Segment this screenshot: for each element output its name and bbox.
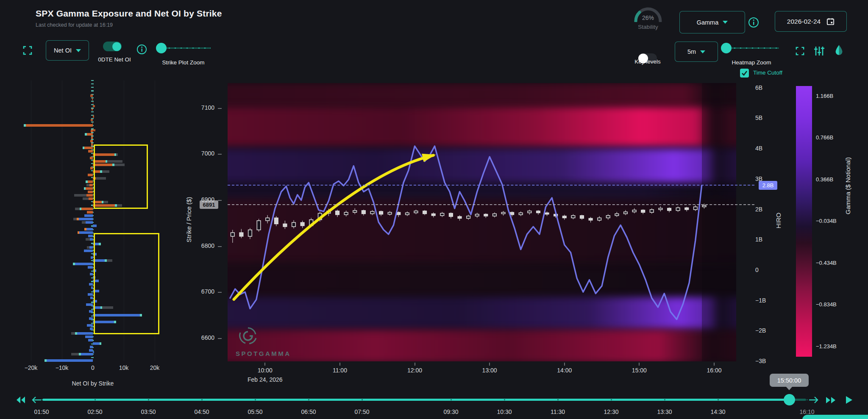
strike-plot-zoom-thumb[interactable] (156, 43, 167, 53)
date-picker[interactable]: 2026-02-24 (775, 11, 847, 32)
hour-tick-mark (714, 363, 715, 366)
netoi-bar (86, 194, 93, 196)
timeline-tick-dot (41, 399, 42, 400)
metric-dropdown-value: Gamma (697, 19, 719, 26)
stability-value: 26% (632, 14, 664, 21)
hiro-tick-label: −2B (755, 327, 776, 334)
metric-dropdown[interactable]: Gamma (679, 11, 745, 33)
timeline-tick-dot (557, 399, 559, 400)
step-back-icon[interactable] (31, 396, 42, 404)
candle-body (239, 233, 243, 236)
candle-body (292, 222, 296, 227)
time-cutoff-checkbox[interactable] (740, 69, 749, 78)
netoi-bar (93, 115, 94, 117)
timeline-tick-label: 16:10 (793, 408, 821, 415)
netoi-tick-label: 10k (111, 364, 136, 371)
strike-metric-dropdown-value: Net OI (54, 47, 72, 54)
candle-body (379, 211, 383, 214)
netoi-bar-tip (84, 228, 86, 230)
timeline-tick-dot (611, 399, 612, 400)
hiro-tick-label: 0 (755, 266, 776, 273)
odte-netoi-toggle[interactable] (103, 42, 122, 51)
timeline-tooltip-value: 15:50:00 (777, 377, 801, 384)
colorbar-tick-label: 1.166B (816, 93, 846, 99)
netoi-bar-tip (45, 359, 47, 361)
candle-body (344, 212, 348, 214)
netoi-bar (90, 346, 93, 348)
candle-body (510, 212, 514, 214)
netoi-bar (86, 303, 93, 305)
candle-body (606, 216, 610, 218)
date-value: 2026-02-24 (787, 18, 821, 25)
netoi-bar (90, 273, 93, 275)
hiro-level-dashed-line (228, 185, 754, 186)
candle-body (562, 216, 566, 218)
candle-body (423, 211, 427, 214)
netoi-bar (77, 218, 93, 220)
interval-dropdown[interactable]: 5m (675, 42, 718, 62)
netoi-bar (89, 317, 93, 319)
timeline-tick-label: 12:30 (598, 408, 625, 415)
candle-body (624, 212, 628, 214)
netoi-bar (90, 327, 93, 330)
netoi-bar-tip (77, 218, 79, 220)
timeline-thumb[interactable] (784, 394, 795, 405)
strike-info-icon[interactable] (136, 44, 147, 55)
chevron-down-icon (723, 21, 728, 24)
heatmap-expand-icon[interactable] (795, 46, 805, 56)
last-checked-status: Last checked for update at 16:19 (36, 22, 113, 28)
timeline-tick-label: 02:50 (81, 408, 108, 415)
colorbar-tick-label: −0.034B (816, 218, 846, 224)
hour-tick-label: 16:00 (699, 367, 729, 374)
candle-body (458, 216, 462, 218)
netoi-bar (91, 143, 93, 145)
netoi-bar (89, 184, 93, 186)
heatmap-zoom-thumb[interactable] (721, 43, 732, 53)
candle-body (475, 214, 479, 216)
play-icon[interactable] (845, 396, 853, 404)
colorbar-tick-label: 0.366B (816, 176, 846, 183)
settings-sliders-icon[interactable] (814, 46, 825, 56)
rewind-icon[interactable] (16, 396, 25, 404)
netoi-bar (90, 157, 93, 159)
candle-body (545, 213, 549, 214)
live-button-partial[interactable] (802, 415, 868, 419)
step-forward-icon[interactable] (809, 396, 819, 404)
hiro-tick-label: −3B (755, 358, 776, 364)
contrast-droplet-icon[interactable] (834, 44, 844, 56)
heatmap-plot-area[interactable] (228, 83, 736, 361)
netoi-bar (88, 339, 93, 341)
candle-body (257, 221, 261, 230)
candle-body (388, 212, 392, 214)
price-tick-mark (218, 154, 222, 155)
strike-plot-expand-icon[interactable] (22, 45, 33, 55)
candle-body (641, 210, 645, 212)
hiro-tick-label: 1B (755, 236, 776, 243)
hiro-tick-label: 2B (755, 206, 776, 213)
netoi-tick-label: 20k (142, 364, 167, 371)
metric-info-icon[interactable] (748, 17, 759, 28)
candle-body (370, 211, 374, 214)
candle-body (353, 211, 357, 212)
timeline-tick-label: 11:30 (544, 408, 571, 415)
timeline-tick-label: 01:50 (28, 408, 55, 415)
fast-forward-icon[interactable] (826, 397, 837, 404)
candle-body (650, 210, 654, 213)
timeline-tooltip: 15:50:00 (770, 374, 809, 387)
netoi-bar-tip (80, 208, 82, 210)
netoi-bar (84, 214, 93, 216)
netoi-bar (84, 250, 93, 252)
price-tick-label: 7100 (190, 104, 214, 111)
timeline-tick-label: 14:30 (704, 408, 732, 415)
highlight-box (94, 144, 148, 209)
netoi-tick-label: −10k (49, 364, 75, 371)
colorbar-tick-label: −1.234B (816, 343, 846, 350)
x-axis-date-label: Feb 24, 2026 (235, 376, 295, 383)
timeline-track[interactable] (42, 399, 797, 401)
timeline-tick-label: 10:30 (491, 408, 518, 415)
strike-metric-dropdown[interactable]: Net OI (46, 40, 89, 61)
netoi-bar (91, 136, 93, 139)
stability-label: Stability (632, 24, 664, 30)
colorbar-tick-label: 0.766B (816, 134, 846, 141)
candle-body (266, 218, 270, 221)
